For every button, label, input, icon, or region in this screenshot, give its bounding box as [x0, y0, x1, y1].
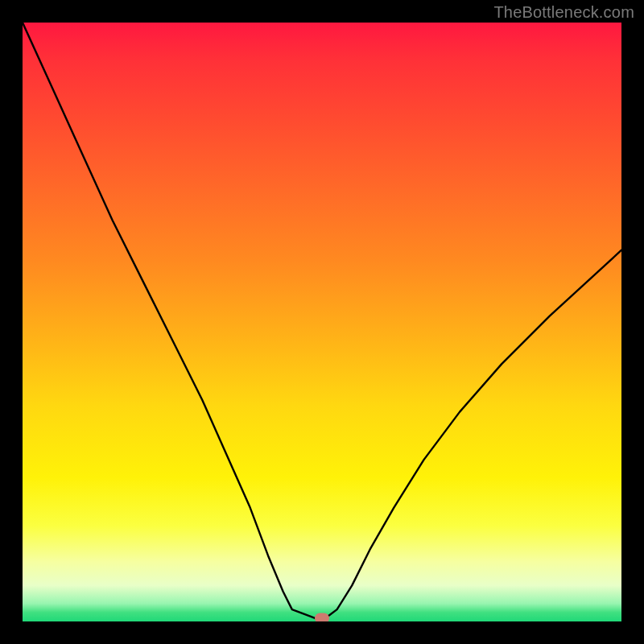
curve-svg	[23, 23, 621, 621]
watermark-text: TheBottleneck.com	[493, 3, 634, 22]
optimum-marker	[315, 613, 329, 621]
curve-path	[23, 23, 621, 618]
chart-frame: TheBottleneck.com	[0, 0, 644, 644]
plot-area	[23, 23, 621, 621]
